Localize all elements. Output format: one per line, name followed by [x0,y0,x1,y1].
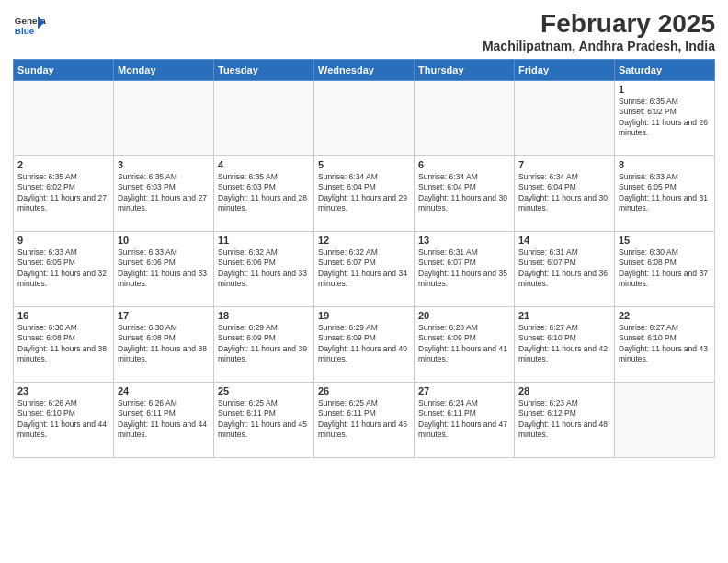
table-row: 16Sunrise: 6:30 AM Sunset: 6:08 PM Dayli… [14,307,114,383]
day-info: Sunrise: 6:29 AM Sunset: 6:09 PM Dayligh… [318,323,410,365]
day-number: 15 [619,235,711,246]
day-number: 3 [118,159,210,170]
day-number: 16 [17,310,109,321]
table-row [415,81,515,156]
day-number: 6 [418,159,510,170]
day-info: Sunrise: 6:34 AM Sunset: 6:04 PM Dayligh… [518,172,610,214]
table-row [314,81,415,156]
calendar-week-row: 2Sunrise: 6:35 AM Sunset: 6:02 PM Daylig… [14,156,715,232]
table-row: 9Sunrise: 6:33 AM Sunset: 6:05 PM Daylig… [14,232,114,307]
day-info: Sunrise: 6:35 AM Sunset: 6:02 PM Dayligh… [17,172,109,214]
day-number: 5 [318,159,410,170]
table-row: 3Sunrise: 6:35 AM Sunset: 6:03 PM Daylig… [114,156,214,232]
day-info: Sunrise: 6:26 AM Sunset: 6:11 PM Dayligh… [118,398,210,441]
calendar-week-row: 23Sunrise: 6:26 AM Sunset: 6:10 PM Dayli… [14,383,715,458]
table-row [214,81,314,156]
table-row: 2Sunrise: 6:35 AM Sunset: 6:02 PM Daylig… [14,156,114,232]
day-info: Sunrise: 6:31 AM Sunset: 6:07 PM Dayligh… [518,247,610,290]
table-row: 11Sunrise: 6:32 AM Sunset: 6:06 PM Dayli… [214,232,314,307]
day-number: 9 [17,235,109,246]
table-row: 18Sunrise: 6:29 AM Sunset: 6:09 PM Dayli… [214,307,314,383]
day-info: Sunrise: 6:27 AM Sunset: 6:10 PM Dayligh… [619,323,711,365]
table-row [14,81,114,156]
table-row: 13Sunrise: 6:31 AM Sunset: 6:07 PM Dayli… [415,232,515,307]
day-number: 26 [318,385,410,396]
table-row: 14Sunrise: 6:31 AM Sunset: 6:07 PM Dayli… [515,232,615,307]
day-number: 14 [518,235,610,246]
day-number: 25 [218,385,310,396]
day-info: Sunrise: 6:30 AM Sunset: 6:08 PM Dayligh… [118,323,210,365]
day-info: Sunrise: 6:35 AM Sunset: 6:02 PM Dayligh… [619,97,711,139]
table-row: 8Sunrise: 6:33 AM Sunset: 6:05 PM Daylig… [615,156,715,232]
table-row: 26Sunrise: 6:25 AM Sunset: 6:11 PM Dayli… [314,383,415,458]
day-number: 4 [218,159,310,170]
page: General Blue February 2025 Machilipatnam… [0,0,728,563]
col-saturday: Saturday [615,60,715,81]
col-wednesday: Wednesday [314,60,415,81]
table-row: 27Sunrise: 6:24 AM Sunset: 6:11 PM Dayli… [415,383,515,458]
day-info: Sunrise: 6:31 AM Sunset: 6:07 PM Dayligh… [418,247,510,290]
table-row: 10Sunrise: 6:33 AM Sunset: 6:06 PM Dayli… [114,232,214,307]
main-title: February 2025 [483,9,715,39]
day-info: Sunrise: 6:23 AM Sunset: 6:12 PM Dayligh… [518,398,610,441]
day-number: 19 [318,310,410,321]
day-info: Sunrise: 6:33 AM Sunset: 6:05 PM Dayligh… [619,172,711,214]
table-row [114,81,214,156]
logo-icon: General Blue [13,9,46,42]
table-row: 19Sunrise: 6:29 AM Sunset: 6:09 PM Dayli… [314,307,415,383]
day-info: Sunrise: 6:34 AM Sunset: 6:04 PM Dayligh… [418,172,510,214]
table-row: 1Sunrise: 6:35 AM Sunset: 6:02 PM Daylig… [615,81,715,156]
day-info: Sunrise: 6:28 AM Sunset: 6:09 PM Dayligh… [418,323,510,365]
table-row: 15Sunrise: 6:30 AM Sunset: 6:08 PM Dayli… [615,232,715,307]
day-number: 22 [619,310,711,321]
day-info: Sunrise: 6:30 AM Sunset: 6:08 PM Dayligh… [619,247,711,290]
col-thursday: Thursday [415,60,515,81]
table-row: 21Sunrise: 6:27 AM Sunset: 6:10 PM Dayli… [515,307,615,383]
header: General Blue February 2025 Machilipatnam… [13,9,715,53]
table-row: 5Sunrise: 6:34 AM Sunset: 6:04 PM Daylig… [314,156,415,232]
table-row [515,81,615,156]
col-monday: Monday [114,60,214,81]
day-info: Sunrise: 6:27 AM Sunset: 6:10 PM Dayligh… [518,323,610,365]
col-sunday: Sunday [14,60,114,81]
day-number: 17 [118,310,210,321]
day-info: Sunrise: 6:34 AM Sunset: 6:04 PM Dayligh… [318,172,410,214]
day-info: Sunrise: 6:35 AM Sunset: 6:03 PM Dayligh… [118,172,210,214]
table-row: 6Sunrise: 6:34 AM Sunset: 6:04 PM Daylig… [415,156,515,232]
calendar-table: Sunday Monday Tuesday Wednesday Thursday… [13,59,715,458]
day-info: Sunrise: 6:29 AM Sunset: 6:09 PM Dayligh… [218,323,310,365]
calendar-week-row: 9Sunrise: 6:33 AM Sunset: 6:05 PM Daylig… [14,232,715,307]
day-number: 10 [118,235,210,246]
day-number: 23 [17,385,109,396]
day-info: Sunrise: 6:30 AM Sunset: 6:08 PM Dayligh… [17,323,109,365]
day-number: 7 [518,159,610,170]
table-row: 17Sunrise: 6:30 AM Sunset: 6:08 PM Dayli… [114,307,214,383]
day-number: 24 [118,385,210,396]
col-tuesday: Tuesday [214,60,314,81]
table-row: 24Sunrise: 6:26 AM Sunset: 6:11 PM Dayli… [114,383,214,458]
day-info: Sunrise: 6:32 AM Sunset: 6:06 PM Dayligh… [218,247,310,290]
day-number: 20 [418,310,510,321]
day-info: Sunrise: 6:35 AM Sunset: 6:03 PM Dayligh… [218,172,310,214]
calendar-header-row: Sunday Monday Tuesday Wednesday Thursday… [14,60,715,81]
day-number: 21 [518,310,610,321]
table-row: 25Sunrise: 6:25 AM Sunset: 6:11 PM Dayli… [214,383,314,458]
table-row: 12Sunrise: 6:32 AM Sunset: 6:07 PM Dayli… [314,232,415,307]
day-info: Sunrise: 6:32 AM Sunset: 6:07 PM Dayligh… [318,247,410,290]
day-info: Sunrise: 6:26 AM Sunset: 6:10 PM Dayligh… [17,398,109,441]
day-info: Sunrise: 6:33 AM Sunset: 6:06 PM Dayligh… [118,247,210,290]
day-number: 13 [418,235,510,246]
title-block: February 2025 Machilipatnam, Andhra Prad… [483,9,715,53]
table-row [615,383,715,458]
day-number: 12 [318,235,410,246]
svg-text:Blue: Blue [15,26,35,36]
table-row: 23Sunrise: 6:26 AM Sunset: 6:10 PM Dayli… [14,383,114,458]
day-number: 28 [518,385,610,396]
table-row: 22Sunrise: 6:27 AM Sunset: 6:10 PM Dayli… [615,307,715,383]
day-info: Sunrise: 6:24 AM Sunset: 6:11 PM Dayligh… [418,398,510,441]
table-row: 4Sunrise: 6:35 AM Sunset: 6:03 PM Daylig… [214,156,314,232]
calendar-week-row: 16Sunrise: 6:30 AM Sunset: 6:08 PM Dayli… [14,307,715,383]
day-info: Sunrise: 6:25 AM Sunset: 6:11 PM Dayligh… [318,398,410,441]
day-number: 8 [619,159,711,170]
day-number: 2 [17,159,109,170]
